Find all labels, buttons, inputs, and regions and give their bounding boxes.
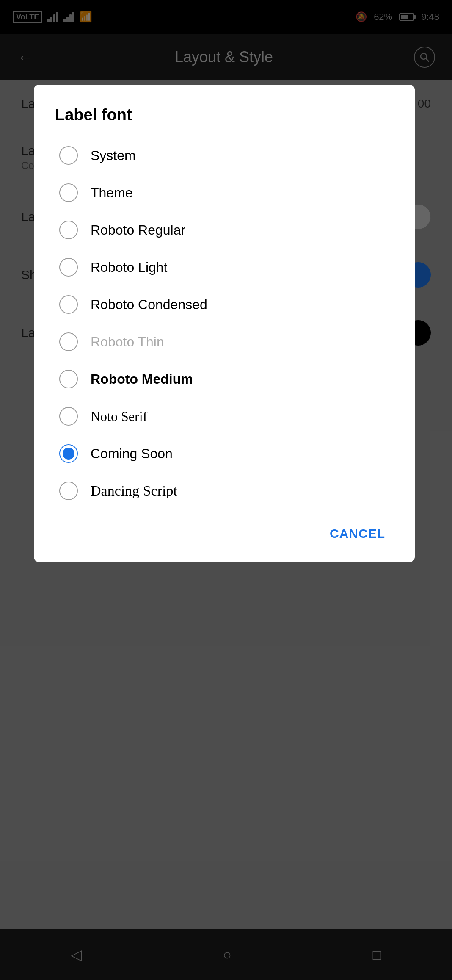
font-label-theme: Theme	[91, 185, 133, 201]
font-label-roboto-light: Roboto Light	[91, 260, 167, 275]
radio-roboto-medium[interactable]	[59, 370, 78, 388]
radio-roboto-thin[interactable]	[59, 332, 78, 351]
radio-theme[interactable]	[59, 183, 78, 202]
list-item[interactable]: Noto Serif	[55, 398, 394, 435]
font-label-roboto-thin: Roboto Thin	[91, 334, 164, 350]
radio-roboto-condensed[interactable]	[59, 295, 78, 314]
list-item[interactable]: Dancing Script	[55, 472, 394, 509]
font-label-dancing-script: Dancing Script	[91, 483, 177, 499]
list-item[interactable]: System	[55, 137, 394, 174]
radio-dancing-script[interactable]	[59, 482, 78, 500]
list-item[interactable]: Theme	[55, 174, 394, 211]
label-font-dialog: Label font System Theme Roboto Regular R…	[34, 85, 415, 562]
list-item[interactable]: Roboto Regular	[55, 211, 394, 249]
list-item[interactable]: Roboto Condensed	[55, 286, 394, 323]
list-item[interactable]: Roboto Medium	[55, 360, 394, 398]
font-label-roboto-regular: Roboto Regular	[91, 222, 185, 238]
dialog-title: Label font	[55, 106, 394, 124]
radio-roboto-regular[interactable]	[59, 221, 78, 239]
list-item[interactable]: Roboto Thin	[55, 323, 394, 360]
font-label-roboto-medium: Roboto Medium	[91, 371, 193, 387]
font-label-coming-soon: Coming Soon	[91, 446, 173, 462]
font-options-list: System Theme Roboto Regular Roboto Light…	[55, 137, 394, 509]
list-item[interactable]: Coming Soon	[55, 435, 394, 472]
radio-roboto-light[interactable]	[59, 258, 78, 277]
radio-coming-soon[interactable]	[59, 444, 78, 463]
font-label-noto-serif: Noto Serif	[91, 409, 147, 424]
font-label-system: System	[91, 148, 136, 163]
font-label-roboto-condensed: Roboto Condensed	[91, 297, 207, 313]
dialog-actions: CANCEL	[55, 514, 394, 545]
radio-noto-serif[interactable]	[59, 407, 78, 426]
radio-system[interactable]	[59, 146, 78, 165]
cancel-button[interactable]: CANCEL	[321, 522, 394, 545]
list-item[interactable]: Roboto Light	[55, 249, 394, 286]
